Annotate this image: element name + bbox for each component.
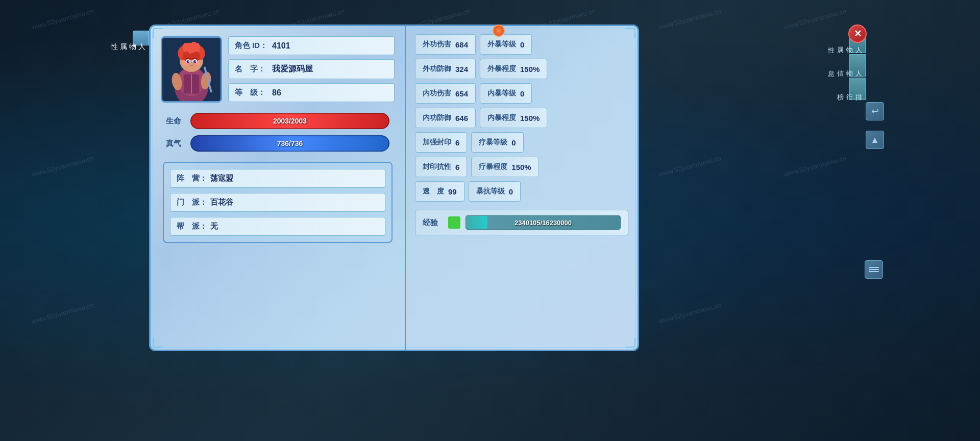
right-tab-rank[interactable]: 排行榜 — [849, 78, 866, 100]
sidebar-tab-character-attrs[interactable]: 人物属性 — [133, 31, 149, 45]
stat-label: 疗暴等级 — [479, 138, 507, 147]
svg-point-24 — [183, 62, 188, 65]
corner-br — [625, 337, 635, 348]
exp-bar: 2340105/16230000 — [465, 215, 621, 230]
stats-container: 外功伤害684外暴等级0外功防御324外暴程度150%内功伤害654内暴等级0内… — [415, 34, 628, 206]
info-boxes: 阵 营： 荡寇盟 门 派： 百花谷 帮 派： 无 — [163, 162, 393, 243]
exp-section: 经验 2340105/16230000 — [415, 210, 628, 235]
stat-value: 646 — [455, 114, 468, 122]
bars-section: 生命 2003/2003 真气 736/736 — [161, 113, 395, 152]
stat-row: 加强封印6疗暴等级0 — [415, 132, 628, 153]
stat-label: 内暴程度 — [487, 113, 516, 122]
left-sidebar: 人物属性 — [133, 31, 149, 45]
camp-value: 荡寇盟 — [210, 174, 233, 183]
stat-box: 内功防御646 — [415, 108, 476, 128]
mp-label: 真气 — [166, 139, 184, 149]
stat-value: 0 — [520, 40, 524, 49]
close-button[interactable]: ✕ — [848, 24, 867, 43]
stat-row: 速 度99暴抗等级0 — [415, 181, 628, 202]
panel-top-ornament — [149, 24, 848, 37]
svg-point-21 — [193, 60, 197, 63]
char-name-field: 名 字： 我爱源码屋 — [228, 59, 395, 79]
stat-row: 内功防御646内暴程度150% — [415, 108, 628, 128]
stat-box: 内功伤害654 — [415, 83, 476, 104]
svg-point-22 — [188, 61, 189, 62]
char-id-value: 4101 — [272, 41, 290, 51]
guild-label: 帮 派： — [177, 222, 207, 231]
stat-box: 外暴程度150% — [480, 59, 547, 79]
exp-label: 经验 — [423, 218, 443, 228]
stat-row: 外功伤害684外暴等级0 — [415, 34, 628, 55]
char-info-top: 角色 ID： 4101 名 字： 我爱源码屋 等 级： 86 — [161, 36, 395, 103]
stat-label: 疗暴程度 — [479, 162, 507, 172]
char-level-value: 86 — [272, 88, 281, 97]
stat-box: 疗暴程度150% — [471, 157, 538, 177]
stat-box: 速 度99 — [415, 181, 464, 202]
outer-right-icons: ↩ ▲ — [866, 102, 884, 149]
stat-value: 654 — [455, 89, 468, 98]
stat-label: 封印抗性 — [423, 162, 451, 172]
right-section: 外功伤害684外暴等级0外功防御324外暴程度150%内功伤害654内暴等级0内… — [406, 26, 638, 350]
back-icon[interactable]: ↩ — [866, 102, 884, 120]
char-id-field: 角色 ID： 4101 — [228, 36, 395, 55]
hp-value: 2003/2003 — [273, 117, 307, 125]
stat-box: 外暴等级0 — [480, 34, 532, 55]
stat-row: 封印抗性6疗暴程度150% — [415, 157, 628, 177]
char-name-value: 我爱源码屋 — [272, 64, 313, 75]
stat-label: 速 度 — [423, 187, 444, 196]
svg-point-23 — [195, 61, 196, 62]
stat-value: 0 — [509, 187, 513, 196]
stat-value: 150% — [511, 163, 531, 172]
home-icon[interactable]: ▲ — [866, 131, 884, 149]
stat-label: 外功伤害 — [423, 40, 451, 49]
sect-label: 门 派： — [177, 198, 207, 207]
guild-value: 无 — [210, 222, 218, 231]
char-avatar — [161, 36, 222, 103]
stat-label: 内功伤害 — [423, 89, 451, 98]
stat-label: 暴抗等级 — [476, 187, 505, 196]
char-id-label: 角色 ID： — [235, 41, 268, 51]
stat-value: 6 — [455, 138, 459, 147]
stat-box: 暴抗等级0 — [469, 181, 521, 202]
menu-icon[interactable] — [865, 260, 883, 279]
stat-value: 150% — [520, 65, 540, 74]
mp-bar-row: 真气 736/736 — [166, 135, 389, 152]
stat-value: 684 — [455, 40, 468, 49]
hp-bar-row: 生命 2003/2003 — [166, 113, 389, 129]
stat-box: 疗暴等级0 — [471, 132, 523, 153]
char-fields: 角色 ID： 4101 名 字： 我爱源码屋 等 级： 86 — [228, 36, 395, 103]
stat-label: 外暴程度 — [487, 64, 516, 74]
exp-icon — [448, 216, 460, 229]
char-level-label: 等 级： — [235, 88, 268, 97]
sect-value: 百花谷 — [210, 198, 233, 207]
right-tab-info[interactable]: 人物信息 — [849, 54, 866, 77]
stat-label: 外暴等级 — [487, 40, 516, 49]
stat-value: 0 — [520, 89, 524, 98]
mp-bar: 736/736 — [190, 135, 389, 152]
stat-box: 封印抗性6 — [415, 157, 467, 177]
stat-box: 加强封印6 — [415, 132, 467, 153]
char-level-field: 等 级： 86 — [228, 83, 395, 102]
svg-point-20 — [187, 60, 190, 63]
stat-value: 6 — [455, 163, 459, 172]
char-name-label: 名 字： — [235, 64, 268, 74]
exp-value: 2340105/16230000 — [514, 219, 572, 227]
stat-label: 外功防御 — [423, 64, 451, 74]
hp-bar: 2003/2003 — [190, 113, 389, 129]
mp-value: 736/736 — [277, 139, 303, 148]
stat-box: 外功伤害684 — [415, 34, 476, 55]
svg-point-25 — [195, 62, 201, 65]
stat-box: 内暴等级0 — [480, 83, 532, 104]
stat-value: 324 — [455, 65, 468, 74]
stat-box: 外功防御324 — [415, 59, 476, 79]
main-panel: 角色 ID： 4101 名 字： 我爱源码屋 等 级： 86 生命 200 — [149, 24, 639, 351]
left-section: 角色 ID： 4101 名 字： 我爱源码屋 等 级： 86 生命 200 — [151, 26, 406, 350]
stat-label: 加强封印 — [423, 138, 451, 147]
camp-label: 阵 营： — [177, 174, 207, 183]
guild-row: 帮 派： 无 — [170, 217, 385, 236]
camp-row: 阵 营： 荡寇盟 — [170, 169, 385, 188]
exp-bar-fill — [466, 216, 487, 229]
hp-label: 生命 — [166, 116, 184, 126]
stat-row: 外功防御324外暴程度150% — [415, 59, 628, 79]
stat-label: 内功防御 — [423, 113, 451, 122]
